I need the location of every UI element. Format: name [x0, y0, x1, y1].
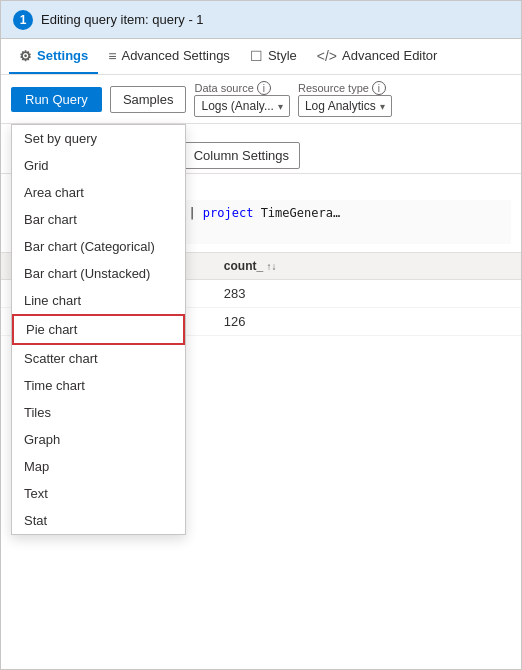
settings-icon: ⚙ — [19, 48, 32, 64]
cell-row2-col2: 126 — [214, 308, 521, 336]
advanced-settings-icon: ≡ — [108, 48, 116, 64]
style-icon: ☐ — [250, 48, 263, 64]
data-source-select[interactable]: Logs (Analy... ▾ — [194, 95, 289, 117]
title-bar: 1 Editing query item: query - 1 — [1, 1, 521, 39]
nav-tabs: ⚙ Settings ≡ Advanced Settings ☐ Style <… — [1, 39, 521, 75]
resource-type-chevron-icon: ▾ — [380, 101, 385, 112]
resource-type-label: Resource type i — [298, 81, 392, 95]
col-count-label: count_ — [224, 259, 263, 273]
tab-advanced-settings-label: Advanced Settings — [121, 48, 229, 63]
tab-style-label: Style — [268, 48, 297, 63]
main-window: 1 Editing query item: query - 1 ⚙ Settin… — [0, 0, 522, 670]
dropdown-item-area-chart[interactable]: Area chart — [12, 179, 185, 206]
dropdown-item-graph[interactable]: Graph — [12, 426, 185, 453]
dropdown-item-pie-chart[interactable]: Pie chart — [12, 314, 185, 345]
tab-advanced-settings[interactable]: ≡ Advanced Settings — [98, 40, 240, 74]
data-source-chevron-icon: ▾ — [278, 101, 283, 112]
tab-settings-label: Settings — [37, 48, 88, 63]
cell-row1-col2: 283 — [214, 280, 521, 308]
data-source-value: Logs (Analy... — [201, 99, 273, 113]
dropdown-item-scatter-chart[interactable]: Scatter chart — [12, 345, 185, 372]
resource-type-select[interactable]: Log Analytics ▾ — [298, 95, 392, 117]
sort-icon-2[interactable]: ↑↓ — [267, 261, 277, 272]
column-settings-button[interactable]: Column Settings — [183, 142, 300, 169]
dropdown-item-tiles[interactable]: Tiles — [12, 399, 185, 426]
dropdown-item-bar-chart-categorical[interactable]: Bar chart (Categorical) — [12, 233, 185, 260]
tab-advanced-editor-label: Advanced Editor — [342, 48, 437, 63]
title-badge: 1 — [13, 10, 33, 30]
advanced-editor-icon: </> — [317, 48, 337, 64]
resource-type-group: Resource type i Log Analytics ▾ — [298, 81, 392, 117]
dropdown-item-grid[interactable]: Grid — [12, 152, 185, 179]
visualization-dropdown-menu: Set by query Grid Area chart Bar chart B… — [11, 124, 186, 535]
samples-button[interactable]: Samples — [110, 86, 187, 113]
data-source-info-icon[interactable]: i — [257, 81, 271, 95]
tab-advanced-editor[interactable]: </> Advanced Editor — [307, 40, 448, 74]
data-source-label: Data source i — [194, 81, 289, 95]
resource-type-info-icon[interactable]: i — [372, 81, 386, 95]
tab-style[interactable]: ☐ Style — [240, 40, 307, 74]
resource-type-value: Log Analytics — [305, 99, 376, 113]
dropdown-item-time-chart[interactable]: Time chart — [12, 372, 185, 399]
dropdown-item-line-chart[interactable]: Line chart — [12, 287, 185, 314]
dropdown-item-map[interactable]: Map — [12, 453, 185, 480]
col-header-count: count_ ↑↓ — [214, 253, 521, 280]
toolbar-row-1: Run Query Samples Data source i Logs (An… — [1, 75, 521, 124]
dropdown-item-stat[interactable]: Stat — [12, 507, 185, 534]
data-source-group: Data source i Logs (Analy... ▾ — [194, 81, 289, 117]
run-query-button[interactable]: Run Query — [11, 87, 102, 112]
dropdown-item-bar-chart-unstacked[interactable]: Bar chart (Unstacked) — [12, 260, 185, 287]
title-text: Editing query item: query - 1 — [41, 12, 204, 27]
second-row-container: Visualization i Set by q... ▾ Size i Med… — [1, 124, 521, 174]
dropdown-item-set-by-query[interactable]: Set by query — [12, 125, 185, 152]
dropdown-item-bar-chart[interactable]: Bar chart — [12, 206, 185, 233]
dropdown-item-text[interactable]: Text — [12, 480, 185, 507]
tab-settings[interactable]: ⚙ Settings — [9, 40, 98, 74]
